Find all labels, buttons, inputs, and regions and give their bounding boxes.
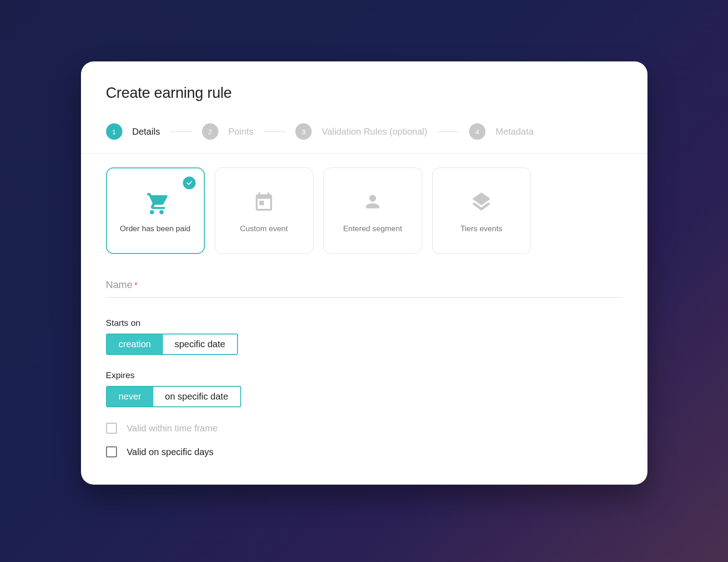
event-card-label: Tiers events xyxy=(460,224,502,233)
expires-specific-date-button[interactable]: on specific date xyxy=(153,387,240,406)
event-card-label: Entered segment xyxy=(343,224,402,233)
person-icon xyxy=(363,188,383,215)
step-validation[interactable]: 3 Validation Rules (optional) xyxy=(295,123,427,140)
expires-block: Expires never on specific date xyxy=(106,370,622,407)
event-type-grid: Order has been paid Custom event Entered… xyxy=(81,167,647,254)
expires-never-button[interactable]: never xyxy=(107,387,153,406)
step-number-3: 3 xyxy=(295,123,312,140)
name-field-row: Name * xyxy=(106,279,622,298)
starts-on-block: Starts on creation specific date xyxy=(106,318,622,355)
valid-specific-days-row: Valid on specific days xyxy=(106,446,622,457)
required-asterisk: * xyxy=(134,281,137,290)
step-label-metadata: Metadata xyxy=(495,127,533,137)
step-label-validation: Validation Rules (optional) xyxy=(322,127,427,137)
valid-time-frame-checkbox[interactable] xyxy=(106,423,117,434)
starts-on-toggle: creation specific date xyxy=(106,334,238,355)
step-label-points: Points xyxy=(228,127,254,137)
page-title: Create earning rule xyxy=(106,84,622,101)
starts-on-specific-date-button[interactable]: specific date xyxy=(163,334,237,354)
event-card-tiers-events[interactable]: Tiers events xyxy=(432,167,531,254)
step-metadata[interactable]: 4 Metadata xyxy=(469,123,533,140)
step-number-4: 4 xyxy=(469,123,485,140)
step-connector xyxy=(437,132,459,132)
step-connector xyxy=(263,132,285,132)
cart-icon xyxy=(141,188,169,215)
step-label-details: Details xyxy=(132,127,160,137)
step-number-1: 1 xyxy=(106,123,122,140)
event-card-custom-event[interactable]: Custom event xyxy=(215,167,313,254)
step-number-2: 2 xyxy=(202,123,218,140)
expires-toggle: never on specific date xyxy=(106,386,241,407)
expires-label: Expires xyxy=(106,370,622,380)
event-card-entered-segment[interactable]: Entered segment xyxy=(324,167,422,254)
valid-specific-days-label: Valid on specific days xyxy=(127,447,214,457)
calendar-icon xyxy=(253,188,275,215)
starts-on-creation-button[interactable]: creation xyxy=(107,334,163,354)
event-card-order-paid[interactable]: Order has been paid xyxy=(106,167,205,254)
valid-specific-days-checkbox[interactable] xyxy=(106,446,117,457)
form-section: Name * Starts on creation specific date … xyxy=(81,279,647,457)
event-card-label: Order has been paid xyxy=(120,224,191,233)
name-input[interactable] xyxy=(142,279,622,291)
checkmark-icon xyxy=(183,177,196,189)
dialog-card: Create earning rule 1 Details 2 Points 3… xyxy=(81,61,647,485)
valid-time-frame-label: Valid within time frame xyxy=(127,423,218,434)
name-label: Name xyxy=(106,279,133,291)
starts-on-label: Starts on xyxy=(106,318,622,328)
step-connector xyxy=(170,132,192,132)
divider xyxy=(81,153,647,154)
step-points[interactable]: 2 Points xyxy=(202,123,254,140)
event-card-label: Custom event xyxy=(240,224,288,233)
layers-icon xyxy=(470,188,492,215)
valid-time-frame-row: Valid within time frame xyxy=(106,423,622,434)
stepper: 1 Details 2 Points 3 Validation Rules (o… xyxy=(106,123,622,153)
step-details[interactable]: 1 Details xyxy=(106,123,160,140)
